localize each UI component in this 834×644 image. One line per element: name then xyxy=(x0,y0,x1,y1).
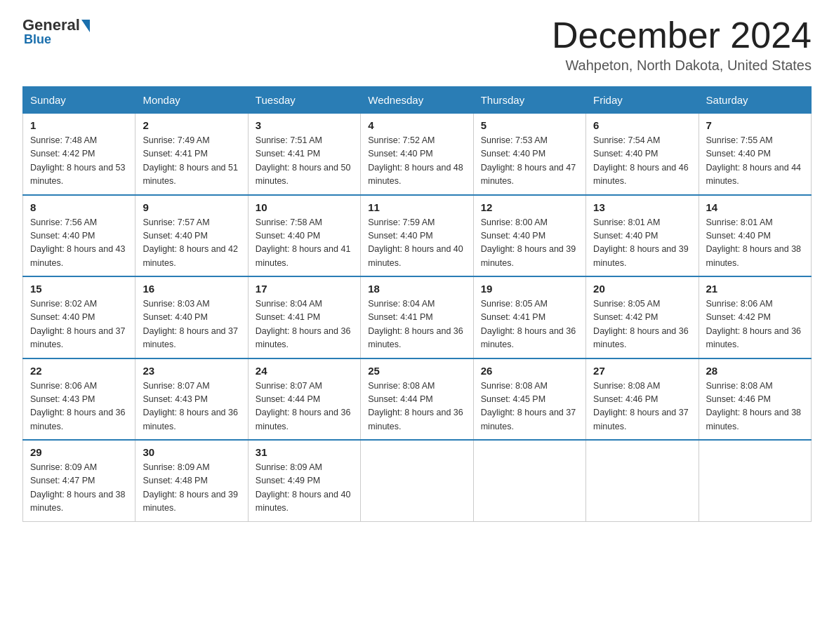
calendar-cell: 10Sunrise: 7:58 AMSunset: 4:40 PMDayligh… xyxy=(248,195,360,277)
calendar-cell: 15Sunrise: 8:02 AMSunset: 4:40 PMDayligh… xyxy=(23,276,135,358)
day-info: Sunrise: 7:55 AMSunset: 4:40 PMDaylight:… xyxy=(706,134,804,189)
day-info: Sunrise: 8:09 AMSunset: 4:49 PMDaylight:… xyxy=(256,461,353,516)
calendar-cell: 29Sunrise: 8:09 AMSunset: 4:47 PMDayligh… xyxy=(23,440,135,521)
calendar-cell: 24Sunrise: 8:07 AMSunset: 4:44 PMDayligh… xyxy=(248,358,360,441)
calendar-cell: 31Sunrise: 8:09 AMSunset: 4:49 PMDayligh… xyxy=(248,440,360,521)
day-number: 2 xyxy=(143,119,240,131)
calendar-week-3: 15Sunrise: 8:02 AMSunset: 4:40 PMDayligh… xyxy=(23,276,812,358)
calendar-cell: 9Sunrise: 7:57 AMSunset: 4:40 PMDaylight… xyxy=(135,195,248,277)
title-block: December 2024 Wahpeton, North Dakota, Un… xyxy=(552,17,812,74)
day-info: Sunrise: 8:04 AMSunset: 4:41 PMDaylight:… xyxy=(368,297,465,352)
day-number: 30 xyxy=(143,446,240,458)
calendar-cell: 19Sunrise: 8:05 AMSunset: 4:41 PMDayligh… xyxy=(473,276,585,358)
day-number: 12 xyxy=(481,201,578,213)
day-number: 21 xyxy=(706,283,804,295)
day-number: 10 xyxy=(256,201,353,213)
day-info: Sunrise: 8:01 AMSunset: 4:40 PMDaylight:… xyxy=(593,216,691,271)
day-info: Sunrise: 7:53 AMSunset: 4:40 PMDaylight:… xyxy=(481,134,578,189)
day-number: 14 xyxy=(706,201,804,213)
calendar-cell: 26Sunrise: 8:08 AMSunset: 4:45 PMDayligh… xyxy=(473,358,585,441)
day-number: 24 xyxy=(256,365,353,377)
day-number: 15 xyxy=(30,283,128,295)
calendar-cell xyxy=(361,440,473,521)
day-info: Sunrise: 8:09 AMSunset: 4:48 PMDaylight:… xyxy=(143,461,240,516)
day-number: 4 xyxy=(368,119,465,131)
calendar-week-1: 1Sunrise: 7:48 AMSunset: 4:42 PMDaylight… xyxy=(23,114,812,195)
day-number: 29 xyxy=(30,446,128,458)
day-info: Sunrise: 8:05 AMSunset: 4:41 PMDaylight:… xyxy=(481,297,578,352)
day-info: Sunrise: 8:08 AMSunset: 4:45 PMDaylight:… xyxy=(481,380,578,434)
calendar-cell: 20Sunrise: 8:05 AMSunset: 4:42 PMDayligh… xyxy=(586,276,699,358)
day-number: 6 xyxy=(593,119,691,131)
weekday-header-friday: Friday xyxy=(586,87,699,114)
weekday-header-tuesday: Tuesday xyxy=(248,87,360,114)
weekday-header-monday: Monday xyxy=(135,87,248,114)
day-info: Sunrise: 7:54 AMSunset: 4:40 PMDaylight:… xyxy=(593,134,691,189)
calendar-cell: 17Sunrise: 8:04 AMSunset: 4:41 PMDayligh… xyxy=(248,276,360,358)
day-number: 9 xyxy=(143,201,240,213)
day-info: Sunrise: 7:56 AMSunset: 4:40 PMDaylight:… xyxy=(30,216,128,271)
day-info: Sunrise: 8:00 AMSunset: 4:40 PMDaylight:… xyxy=(481,216,578,271)
day-info: Sunrise: 8:05 AMSunset: 4:42 PMDaylight:… xyxy=(593,297,691,352)
day-number: 16 xyxy=(143,283,240,295)
calendar-cell: 18Sunrise: 8:04 AMSunset: 4:41 PMDayligh… xyxy=(361,276,473,358)
logo: General Blue xyxy=(22,17,90,47)
weekday-header-wednesday: Wednesday xyxy=(361,87,473,114)
day-number: 5 xyxy=(481,119,578,131)
calendar-cell: 11Sunrise: 7:59 AMSunset: 4:40 PMDayligh… xyxy=(361,195,473,277)
day-number: 1 xyxy=(30,119,128,131)
location-title: Wahpeton, North Dakota, United States xyxy=(552,58,812,74)
day-number: 22 xyxy=(30,365,128,377)
day-number: 8 xyxy=(30,201,128,213)
calendar-cell xyxy=(473,440,585,521)
day-info: Sunrise: 8:08 AMSunset: 4:46 PMDaylight:… xyxy=(706,380,804,434)
day-number: 20 xyxy=(593,283,691,295)
day-number: 25 xyxy=(368,365,465,377)
day-info: Sunrise: 8:08 AMSunset: 4:44 PMDaylight:… xyxy=(368,380,465,434)
day-number: 28 xyxy=(706,365,804,377)
calendar-cell: 30Sunrise: 8:09 AMSunset: 4:48 PMDayligh… xyxy=(135,440,248,521)
day-number: 13 xyxy=(593,201,691,213)
day-info: Sunrise: 8:07 AMSunset: 4:44 PMDaylight:… xyxy=(256,380,353,434)
calendar-week-5: 29Sunrise: 8:09 AMSunset: 4:47 PMDayligh… xyxy=(23,440,812,521)
day-info: Sunrise: 8:03 AMSunset: 4:40 PMDaylight:… xyxy=(143,297,240,352)
calendar-cell: 22Sunrise: 8:06 AMSunset: 4:43 PMDayligh… xyxy=(23,358,135,441)
calendar-cell: 3Sunrise: 7:51 AMSunset: 4:41 PMDaylight… xyxy=(248,114,360,195)
calendar-cell: 4Sunrise: 7:52 AMSunset: 4:40 PMDaylight… xyxy=(361,114,473,195)
calendar-cell: 8Sunrise: 7:56 AMSunset: 4:40 PMDaylight… xyxy=(23,195,135,277)
calendar-cell: 14Sunrise: 8:01 AMSunset: 4:40 PMDayligh… xyxy=(699,195,811,277)
calendar-cell: 7Sunrise: 7:55 AMSunset: 4:40 PMDaylight… xyxy=(699,114,811,195)
day-number: 11 xyxy=(368,201,465,213)
day-info: Sunrise: 7:59 AMSunset: 4:40 PMDaylight:… xyxy=(368,216,465,271)
calendar-cell: 5Sunrise: 7:53 AMSunset: 4:40 PMDaylight… xyxy=(473,114,585,195)
day-number: 31 xyxy=(256,446,353,458)
month-title: December 2024 xyxy=(552,17,812,53)
calendar-cell: 16Sunrise: 8:03 AMSunset: 4:40 PMDayligh… xyxy=(135,276,248,358)
calendar-cell xyxy=(699,440,811,521)
calendar-cell: 6Sunrise: 7:54 AMSunset: 4:40 PMDaylight… xyxy=(586,114,699,195)
day-info: Sunrise: 8:08 AMSunset: 4:46 PMDaylight:… xyxy=(593,380,691,434)
day-number: 3 xyxy=(256,119,353,131)
calendar-week-2: 8Sunrise: 7:56 AMSunset: 4:40 PMDaylight… xyxy=(23,195,812,277)
day-info: Sunrise: 8:04 AMSunset: 4:41 PMDaylight:… xyxy=(256,297,353,352)
calendar-cell: 21Sunrise: 8:06 AMSunset: 4:42 PMDayligh… xyxy=(699,276,811,358)
day-number: 26 xyxy=(481,365,578,377)
day-info: Sunrise: 7:57 AMSunset: 4:40 PMDaylight:… xyxy=(143,216,240,271)
calendar-cell: 2Sunrise: 7:49 AMSunset: 4:41 PMDaylight… xyxy=(135,114,248,195)
day-number: 18 xyxy=(368,283,465,295)
calendar-week-4: 22Sunrise: 8:06 AMSunset: 4:43 PMDayligh… xyxy=(23,358,812,441)
day-number: 19 xyxy=(481,283,578,295)
calendar-cell: 25Sunrise: 8:08 AMSunset: 4:44 PMDayligh… xyxy=(361,358,473,441)
weekday-header-thursday: Thursday xyxy=(473,87,585,114)
weekday-header-row: SundayMondayTuesdayWednesdayThursdayFrid… xyxy=(23,87,812,114)
day-info: Sunrise: 8:06 AMSunset: 4:43 PMDaylight:… xyxy=(30,380,128,434)
weekday-header-sunday: Sunday xyxy=(23,87,135,114)
logo-blue: Blue xyxy=(24,32,51,47)
calendar-cell: 28Sunrise: 8:08 AMSunset: 4:46 PMDayligh… xyxy=(699,358,811,441)
calendar-cell: 27Sunrise: 8:08 AMSunset: 4:46 PMDayligh… xyxy=(586,358,699,441)
day-info: Sunrise: 7:51 AMSunset: 4:41 PMDaylight:… xyxy=(256,134,353,189)
day-info: Sunrise: 8:01 AMSunset: 4:40 PMDaylight:… xyxy=(706,216,804,271)
day-info: Sunrise: 7:58 AMSunset: 4:40 PMDaylight:… xyxy=(256,216,353,271)
logo-general: General xyxy=(22,17,80,34)
day-number: 7 xyxy=(706,119,804,131)
